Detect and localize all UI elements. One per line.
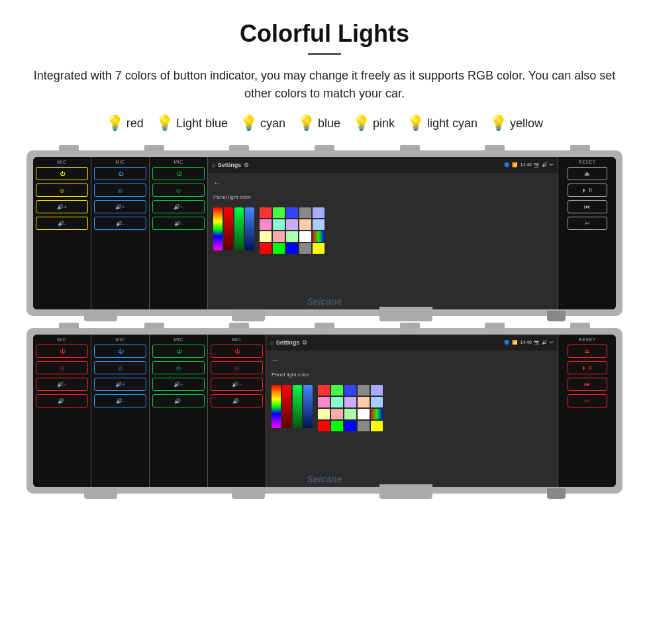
vol-up-btn-2-green[interactable]: 🔊+ — [152, 378, 205, 391]
time-label-2: 14:40 — [520, 340, 532, 345]
swatch2-r4[interactable] — [358, 385, 370, 396]
vol-up-btn-blue[interactable]: 🔊+ — [94, 200, 146, 213]
swatch-r14[interactable] — [299, 231, 311, 242]
power-btn-2-blue[interactable]: ⏻ — [94, 345, 146, 358]
swatch2-r8[interactable] — [344, 397, 356, 407]
home-btn-blue[interactable]: ◎ — [94, 184, 146, 197]
power-btn-blue[interactable]: ⏻ — [94, 167, 146, 180]
vol-dn-btn-blue[interactable]: 🔊- — [94, 217, 146, 230]
home-icon[interactable]: ⌂ — [212, 162, 215, 168]
swatch2-r16[interactable] — [318, 421, 330, 431]
swatch-r6[interactable] — [260, 219, 272, 230]
mic-label-2-1: MIC — [36, 337, 88, 342]
topbar-right-2: 🔵 📶 14:40 📷 🔊 ↩ — [504, 340, 554, 345]
vol-dn-btn-2-green[interactable]: 🔊- — [152, 394, 205, 407]
swatch2-r15[interactable] — [371, 409, 383, 419]
power-btn-2-green[interactable]: ⏻ — [152, 345, 205, 358]
swatch2-r19[interactable] — [358, 421, 370, 431]
swatch2-r9[interactable] — [358, 397, 370, 407]
swatch2-r17[interactable] — [331, 421, 343, 431]
prev-btn-2[interactable]: ⏮ — [568, 378, 607, 391]
swatch-r11[interactable] — [260, 231, 272, 242]
vol-dn-btn-2-red1[interactable]: 🔊- — [36, 394, 88, 407]
swatch2-r2[interactable] — [331, 385, 343, 396]
swatch-r8[interactable] — [286, 219, 298, 230]
swatch2-r1[interactable] — [318, 385, 330, 396]
swatch-r3[interactable] — [286, 207, 298, 218]
vol-dn-btn-2-red2[interactable]: 🔊- — [211, 394, 263, 407]
back-icon[interactable]: ↩ — [550, 162, 554, 168]
time-label: 14:40 — [520, 162, 532, 168]
btab2-2 — [232, 488, 265, 499]
eject-btn[interactable]: ⏏ — [568, 167, 607, 180]
swatch-r9[interactable] — [299, 219, 311, 230]
vol-up-btn-2-blue[interactable]: 🔊+ — [94, 378, 146, 391]
home-btn-2-red2[interactable]: ◎ — [211, 361, 263, 374]
swatch-r7[interactable] — [273, 219, 285, 230]
vol-dn-btn-green[interactable]: 🔊- — [152, 217, 205, 230]
back-button[interactable]: ← — [213, 178, 552, 188]
top-tabs-2 — [26, 323, 623, 329]
swatch2-r3[interactable] — [344, 385, 356, 396]
swatch2-r5[interactable] — [371, 385, 383, 396]
swatch2-r18[interactable] — [344, 421, 356, 431]
settings-gear-icon-2[interactable]: ⚙ — [302, 339, 307, 346]
home-icon-2[interactable]: ⌂ — [270, 340, 274, 346]
home-btn-green[interactable]: ◎ — [152, 184, 205, 197]
swatch-r18[interactable] — [286, 243, 298, 254]
main-screen-2: ⌂ Settings ⚙ 🔵 📶 14:40 📷 🔊 ↩ ← — [266, 335, 558, 487]
swatch-r19[interactable] — [299, 243, 311, 254]
color-label-lightcyan: light cyan — [427, 117, 477, 131]
home-btn-2-green[interactable]: ◎ — [152, 361, 205, 374]
settings-gear-icon[interactable]: ⚙ — [244, 162, 249, 168]
home-btn-yellow[interactable]: ◎ — [36, 184, 88, 197]
vol-dn-btn-2-blue[interactable]: 🔊- — [94, 394, 146, 407]
back2-btn[interactable]: ↩ — [568, 217, 607, 230]
swatch-r16[interactable] — [260, 243, 272, 254]
back2-btn-2[interactable]: ↩ — [568, 394, 607, 407]
swatch-r20[interactable] — [313, 243, 324, 254]
power-btn-2-red1[interactable]: ⏻ — [36, 345, 88, 358]
power-btn-green[interactable]: ⏻ — [152, 167, 205, 180]
vol-up-btn-2-red1[interactable]: 🔊+ — [36, 378, 88, 391]
swatch-r17[interactable] — [273, 243, 285, 254]
power-btn-2-red2[interactable]: ⏻ — [211, 345, 263, 358]
home-btn-2-red1[interactable]: ◎ — [36, 361, 88, 374]
tab-6 — [485, 145, 505, 151]
swatch2-r11[interactable] — [318, 409, 330, 419]
grad-bar-blue — [245, 207, 254, 250]
swatch2-r6[interactable] — [318, 397, 330, 407]
color-item-lightcyan: 💡 light cyan — [407, 115, 477, 132]
yellow-bulb-icon: 💡 — [489, 115, 507, 132]
swatch-r12[interactable] — [273, 231, 285, 242]
vol-up-btn-2-red2[interactable]: 🔊+ — [211, 378, 263, 391]
swatch2-r10[interactable] — [371, 397, 383, 407]
vol-dn-btn-yellow[interactable]: 🔊- — [36, 217, 88, 230]
topbar-right: 🔵 📶 14:40 📷 🔊 ↩ — [504, 162, 554, 168]
vol-up-btn-yellow[interactable]: 🔊+ — [36, 200, 88, 213]
swatch-r1[interactable] — [260, 207, 272, 218]
swatch-r4[interactable] — [299, 207, 311, 218]
eject-btn-2[interactable]: ⏏ — [568, 345, 607, 358]
home-btn-2-blue[interactable]: ◎ — [94, 361, 146, 374]
prev-btn[interactable]: ⏮ — [568, 200, 607, 213]
swatch-r13[interactable] — [286, 231, 298, 242]
tab-2 — [144, 145, 164, 151]
back-icon-2[interactable]: ↩ — [550, 340, 554, 345]
swatch2-r12[interactable] — [331, 409, 343, 419]
swatch2-r20[interactable] — [371, 421, 383, 431]
swatch-r2[interactable] — [273, 207, 285, 218]
play-btn[interactable]: ⏵⏸ — [568, 184, 607, 197]
swatch-r15[interactable] — [313, 231, 324, 242]
vol-icon: 🔊 — [542, 162, 548, 168]
back-button-2[interactable]: ← — [272, 356, 552, 365]
pink-bulb-icon: 💡 — [352, 115, 370, 132]
swatch2-r7[interactable] — [331, 397, 343, 407]
swatch2-r14[interactable] — [358, 409, 370, 419]
swatch2-r13[interactable] — [344, 409, 356, 419]
vol-up-btn-green[interactable]: 🔊+ — [152, 200, 205, 213]
swatch-r5[interactable] — [313, 207, 324, 218]
power-btn-yellow[interactable]: ⏻ — [36, 167, 88, 180]
swatch-r10[interactable] — [313, 219, 324, 230]
play-btn-2[interactable]: ⏵⏸ — [568, 361, 607, 374]
